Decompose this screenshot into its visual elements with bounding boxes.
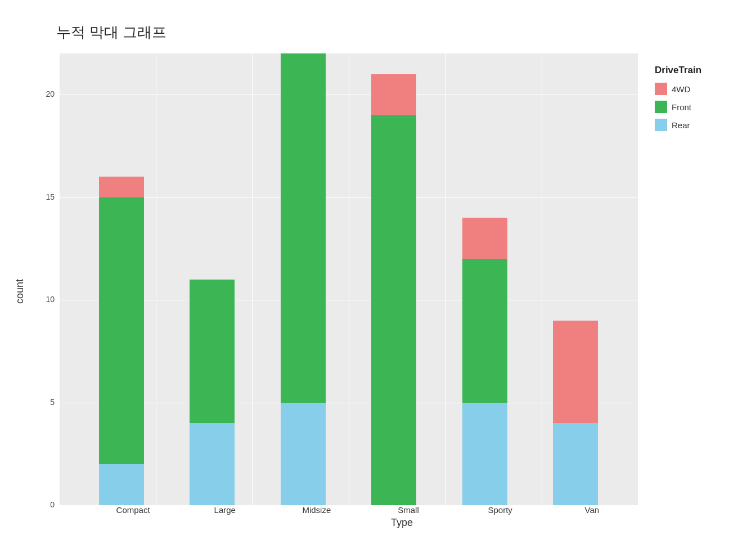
x-axis-label: Type	[391, 517, 413, 528]
legend-label: 4WD	[672, 84, 690, 94]
bar-segment-rear	[553, 423, 598, 505]
bar-segment-front	[371, 115, 416, 506]
legend-title: DriveTrain	[655, 65, 745, 76]
bar-segment-fourWD	[99, 177, 144, 197]
bar-group	[184, 280, 240, 506]
chart-title: 누적 막대 그래프	[56, 22, 745, 42]
legend-item-front: Front	[655, 101, 745, 113]
bar-stack	[99, 177, 144, 505]
x-tick-label: Compact	[105, 505, 161, 515]
chart-plot-area: 05101520 DriveTrain 4WDFrontRear Compact…	[31, 53, 745, 529]
legend-swatch	[655, 119, 667, 131]
grid-line	[59, 505, 638, 506]
x-tick-label: Sporty	[472, 505, 528, 515]
bar-stack	[553, 321, 598, 506]
legend-label: Front	[672, 102, 691, 112]
bar-stack	[462, 218, 507, 505]
bar-group	[457, 218, 513, 505]
x-tick-label: Midsize	[289, 505, 345, 515]
bar-stack	[190, 280, 235, 506]
y-tick: 5	[50, 398, 55, 406]
chart-container: 누적 막대 그래프 count 05101520 DriveTrain 4WDF…	[0, 0, 756, 540]
y-axis-label: count	[11, 53, 28, 529]
x-tick-label: Van	[564, 505, 620, 515]
y-tick: 10	[46, 295, 55, 303]
plot-with-yaxis: 05101520 DriveTrain 4WDFrontRear	[31, 53, 745, 505]
chart-body: count 05101520 DriveTrain 4WDFrontRear C…	[11, 53, 745, 529]
bar-segment-front	[281, 53, 326, 403]
bar-segment-front	[99, 197, 144, 465]
bar-segment-front	[190, 280, 235, 424]
bar-stack	[281, 53, 326, 505]
bar-segment-fourWD	[371, 74, 416, 115]
y-tick: 0	[50, 501, 55, 508]
bar-group	[366, 74, 422, 506]
bar-segment-front	[462, 259, 507, 403]
legend-label: Rear	[672, 120, 690, 130]
x-tick-label: Small	[380, 505, 436, 515]
x-tick-label: Large	[197, 505, 253, 515]
bar-group	[275, 53, 331, 505]
bars-row	[59, 53, 638, 505]
plot-grid	[59, 53, 638, 505]
y-ticks: 05101520	[31, 53, 59, 505]
y-tick: 20	[46, 90, 55, 98]
bar-segment-fourWD	[553, 321, 598, 424]
legend-swatch	[655, 101, 667, 113]
bar-segment-rear	[190, 423, 235, 505]
legend-item-rear: Rear	[655, 119, 745, 131]
bar-group	[93, 177, 150, 505]
bar-group	[547, 321, 604, 506]
legend-item-4wd: 4WD	[655, 83, 745, 95]
legend-swatch	[655, 83, 667, 95]
bar-segment-rear	[99, 464, 144, 505]
bar-segment-rear	[462, 403, 507, 506]
y-tick: 15	[46, 193, 55, 201]
bar-segment-fourWD	[462, 218, 507, 259]
bar-stack	[371, 74, 416, 506]
legend: DriveTrain 4WDFrontRear	[655, 53, 745, 505]
bottom-labels: CompactLargeMidsizeSmallSportyVan	[87, 505, 638, 515]
bar-segment-rear	[281, 403, 326, 506]
